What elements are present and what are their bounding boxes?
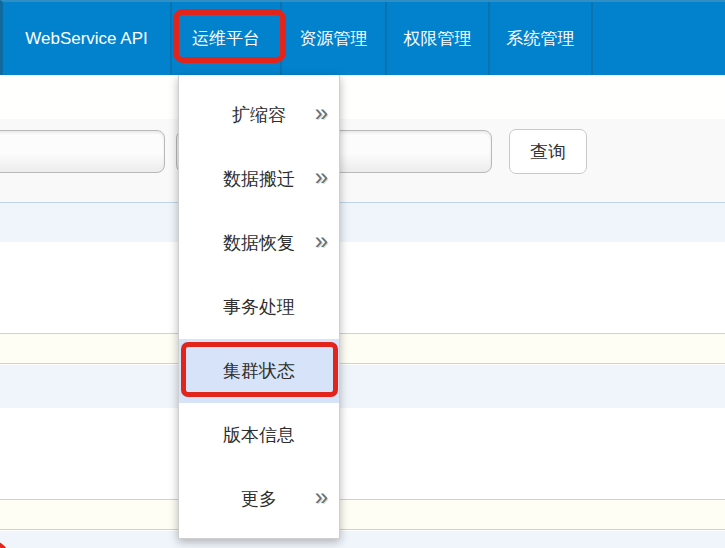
submenu-arrow-icon: »	[315, 211, 328, 275]
table-row	[0, 365, 725, 408]
menu-item-cluster-status[interactable]: 集群状态	[179, 339, 339, 403]
nav-item-permission-mgmt[interactable]: 权限管理	[385, 2, 488, 75]
table-row	[0, 499, 725, 530]
menu-item-label: 集群状态	[223, 361, 295, 381]
submenu-arrow-icon: »	[315, 147, 328, 211]
nav-item-webservice-api[interactable]: WebService API	[3, 2, 170, 75]
content-white-strip	[0, 75, 725, 119]
menu-item-label: 扩缩容	[232, 105, 286, 125]
menu-item-more[interactable]: 更多 »	[179, 467, 339, 531]
table-row	[0, 531, 725, 548]
menu-item-version-info[interactable]: 版本信息	[179, 403, 339, 467]
ops-platform-dropdown-menu: 扩缩容 » 数据搬迁 » 数据恢复 » 事务处理 集群状态 版本信息 更多 »	[178, 75, 340, 539]
top-navbar: WebService API 运维平台 资源管理 权限管理 系统管理	[0, 0, 725, 75]
table-row	[0, 333, 725, 364]
submenu-arrow-icon: »	[315, 83, 328, 147]
menu-item-data-migration[interactable]: 数据搬迁 »	[179, 147, 339, 211]
menu-item-label: 版本信息	[223, 425, 295, 445]
table-row	[0, 202, 725, 242]
menu-item-label: 数据搬迁	[223, 169, 295, 189]
submenu-arrow-icon: »	[315, 467, 328, 531]
query-button[interactable]: 查询	[509, 129, 587, 174]
nav-item-system-mgmt[interactable]: 系统管理	[488, 2, 593, 75]
menu-item-label: 事务处理	[223, 297, 295, 317]
nav-item-ops-platform[interactable]: 运维平台	[170, 2, 280, 75]
menu-item-label: 数据恢复	[223, 233, 295, 253]
menu-item-scale[interactable]: 扩缩容 »	[179, 83, 339, 147]
search-input-left[interactable]	[0, 130, 165, 173]
menu-item-transaction[interactable]: 事务处理	[179, 275, 339, 339]
menu-item-data-recovery[interactable]: 数据恢复 »	[179, 211, 339, 275]
menu-item-label: 更多	[241, 489, 277, 509]
nav-item-resource-mgmt[interactable]: 资源管理	[280, 2, 385, 75]
